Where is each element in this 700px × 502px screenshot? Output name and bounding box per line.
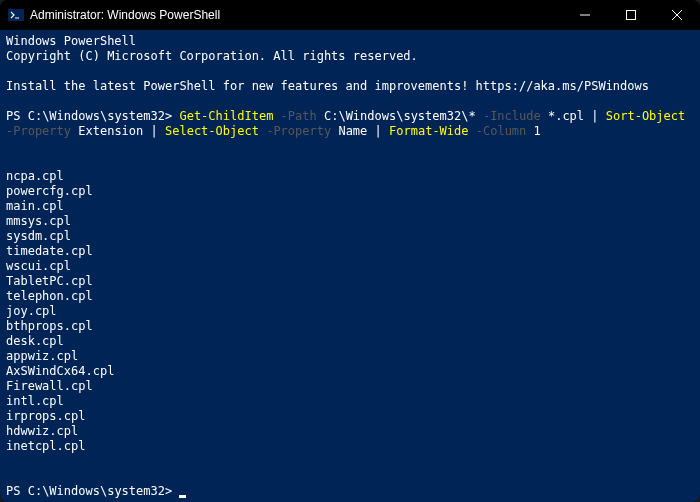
output-line: inetcpl.cpl: [6, 439, 85, 453]
output-line: mmsys.cpl: [6, 214, 71, 228]
prompt-suffix: >: [165, 484, 172, 498]
minimize-icon: [580, 10, 590, 20]
output-line: Firewall.cpl: [6, 379, 93, 393]
param: -Property: [6, 124, 71, 138]
banner-line: Install the latest PowerShell for new fe…: [6, 79, 649, 93]
param: -Path: [281, 109, 317, 123]
svg-rect-3: [627, 11, 636, 20]
pipe: |: [591, 109, 598, 123]
output-line: main.cpl: [6, 199, 64, 213]
prompt-prefix: PS: [6, 484, 28, 498]
arg: Extension: [78, 124, 143, 138]
powershell-window: Administrator: Windows PowerShell Window…: [0, 0, 700, 502]
output-line: ncpa.cpl: [6, 169, 64, 183]
output-line: TabletPC.cpl: [6, 274, 93, 288]
cmdlet: Sort-Object: [606, 109, 685, 123]
banner-line: Copyright (C) Microsoft Corporation. All…: [6, 49, 418, 63]
arg: C:\Windows\system32\*: [324, 109, 476, 123]
output-line: sysdm.cpl: [6, 229, 71, 243]
window-title: Administrator: Windows PowerShell: [30, 8, 562, 22]
cmdlet: Format-Wide: [389, 124, 468, 138]
output-line: intl.cpl: [6, 394, 64, 408]
output-line: AxSWindCx64.cpl: [6, 364, 114, 378]
prompt-prefix: PS: [6, 109, 28, 123]
terminal-output[interactable]: Windows PowerShell Copyright (C) Microso…: [0, 30, 700, 502]
banner-line: Windows PowerShell: [6, 34, 136, 48]
pipe: |: [151, 124, 158, 138]
output-line: joy.cpl: [6, 304, 57, 318]
arg: Name: [338, 124, 367, 138]
output-line: powercfg.cpl: [6, 184, 93, 198]
cmdlet: Get-ChildItem: [179, 109, 273, 123]
cmdlet: Select-Object: [165, 124, 259, 138]
maximize-icon: [626, 10, 636, 20]
maximize-button[interactable]: [608, 0, 654, 30]
output-line: bthprops.cpl: [6, 319, 93, 333]
prompt-suffix: >: [165, 109, 172, 123]
svg-rect-0: [8, 9, 24, 21]
param: -Column: [476, 124, 527, 138]
output-line: desk.cpl: [6, 334, 64, 348]
output-line: telephon.cpl: [6, 289, 93, 303]
arg: *.cpl: [548, 109, 584, 123]
minimize-button[interactable]: [562, 0, 608, 30]
close-button[interactable]: [654, 0, 700, 30]
output-line: hdwwiz.cpl: [6, 424, 78, 438]
cursor: [179, 495, 186, 498]
param: -Property: [266, 124, 331, 138]
prompt-path: C:\Windows\system32: [28, 484, 165, 498]
output-line: timedate.cpl: [6, 244, 93, 258]
close-icon: [672, 10, 682, 20]
param: -Include: [483, 109, 541, 123]
arg: 1: [534, 124, 541, 138]
titlebar[interactable]: Administrator: Windows PowerShell: [0, 0, 700, 30]
prompt-path: C:\Windows\system32: [28, 109, 165, 123]
output-line: appwiz.cpl: [6, 349, 78, 363]
window-controls: [562, 0, 700, 30]
powershell-icon: [8, 7, 24, 23]
output-line: wscui.cpl: [6, 259, 71, 273]
output-line: irprops.cpl: [6, 409, 85, 423]
pipe: |: [375, 124, 382, 138]
